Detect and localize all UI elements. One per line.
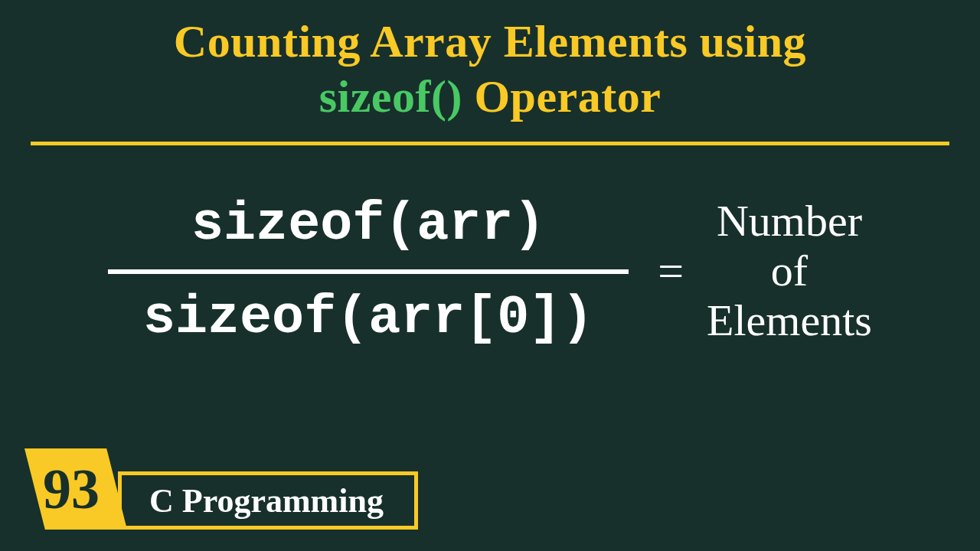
slide-title: Counting Array Elements using sizeof() O…	[0, 14, 980, 124]
result-text: Number of Elements	[707, 197, 872, 346]
result-line2: of	[707, 246, 872, 296]
lesson-tag: 93 C Programming	[24, 448, 418, 530]
numerator: sizeof(arr)	[191, 191, 545, 259]
result-line1: Number	[707, 197, 872, 246]
lesson-number-badge: 93	[24, 448, 127, 530]
title-line2-suffix: Operator	[462, 71, 661, 122]
title-highlight: sizeof()	[319, 71, 462, 122]
title-underline	[31, 142, 949, 145]
result-line3: Elements	[707, 296, 872, 346]
equals-sign: =	[658, 245, 684, 298]
course-name-badge: C Programming	[118, 471, 418, 530]
denominator: sizeof(arr[0])	[143, 285, 593, 352]
formula: sizeof(arr) sizeof(arr[0]) = Number of E…	[0, 191, 980, 351]
fraction: sizeof(arr) sizeof(arr[0])	[108, 191, 629, 351]
title-line1: Counting Array Elements using	[174, 16, 806, 67]
fraction-bar	[108, 269, 629, 274]
slide: Counting Array Elements using sizeof() O…	[0, 0, 980, 551]
